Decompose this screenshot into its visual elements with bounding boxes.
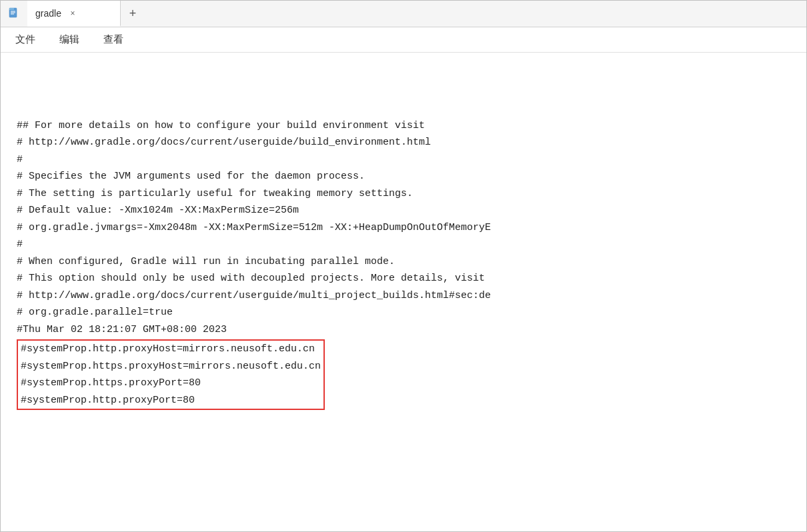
tab-icon xyxy=(1,1,27,27)
tab-title-label: gradle xyxy=(35,8,61,19)
highlighted-code-line: #systemProp.https.proxyHost=mirrors.neus… xyxy=(18,358,323,375)
title-bar: gradle × + xyxy=(1,1,806,27)
code-line: # http://www.gradle.org/docs/current/use… xyxy=(17,287,790,305)
highlighted-code-line: #systemProp.http.proxyHost=mirrors.neuso… xyxy=(18,341,323,358)
highlighted-section: #systemProp.http.proxyHost=mirrors.neuso… xyxy=(17,339,325,410)
code-line: # http://www.gradle.org/docs/current/use… xyxy=(17,134,790,151)
file-icon xyxy=(7,7,21,21)
code-line: # Default value: -Xmx1024m -XX:MaxPermSi… xyxy=(17,202,790,219)
code-line: # org.gradle.parallel=true xyxy=(17,304,790,321)
highlighted-code-line: #systemProp.https.proxyPort=80 xyxy=(18,375,323,392)
code-line: # Specifies the JVM arguments used for t… xyxy=(17,168,790,185)
code-line: ## For more details on how to configure … xyxy=(17,117,790,135)
code-line: # org.gradle.jvmargs=-Xmx2048m -XX:MaxPe… xyxy=(17,219,790,237)
code-line: # xyxy=(17,236,790,253)
highlighted-code-line: #systemProp.http.proxyPort=80 xyxy=(18,392,323,409)
new-tab-button[interactable]: + xyxy=(121,1,145,27)
menu-bar: 文件 编辑 查看 xyxy=(1,27,806,53)
menu-file[interactable]: 文件 xyxy=(11,31,39,49)
content-area: ## For more details on how to configure … xyxy=(1,53,806,531)
code-line: # When configured, Gradle will run in in… xyxy=(17,253,790,271)
code-line: #Thu Mar 02 18:21:07 GMT+08:00 2023 xyxy=(17,321,790,339)
code-line: # The setting is particularly useful for… xyxy=(17,185,790,203)
tab-close-button[interactable]: × xyxy=(67,7,79,19)
main-window: gradle × + 文件 编辑 查看 ## For more details … xyxy=(0,0,807,532)
code-line: # xyxy=(17,151,790,169)
menu-view[interactable]: 查看 xyxy=(99,31,127,49)
svg-rect-1 xyxy=(9,8,14,10)
active-tab[interactable]: gradle × xyxy=(27,1,121,27)
menu-edit[interactable]: 编辑 xyxy=(55,31,83,49)
code-line: # This option should only be used with d… xyxy=(17,270,790,287)
code-content: ## For more details on how to configure … xyxy=(17,66,790,410)
